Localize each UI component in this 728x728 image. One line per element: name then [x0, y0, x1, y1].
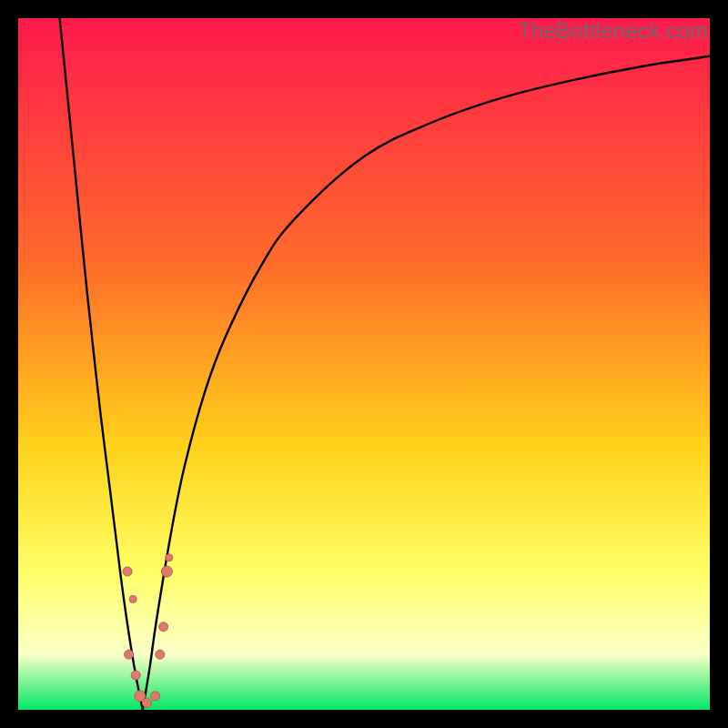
gradient-background [18, 18, 710, 710]
marker-1 [129, 595, 136, 602]
marker-6 [150, 692, 159, 701]
marker-2 [125, 650, 134, 659]
chart-frame: TheBottleneck.com [18, 18, 710, 710]
marker-7 [156, 650, 165, 659]
marker-0 [123, 567, 132, 576]
marker-9 [161, 566, 172, 577]
watermark-text: TheBottleneck.com [518, 18, 708, 44]
marker-10 [166, 554, 173, 561]
marker-3 [131, 671, 140, 680]
marker-8 [159, 622, 168, 632]
marker-5 [142, 698, 151, 707]
chart-svg [18, 18, 710, 710]
